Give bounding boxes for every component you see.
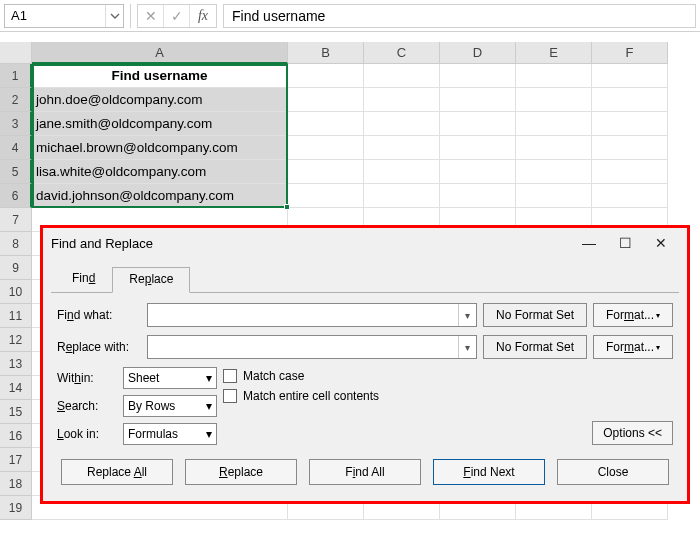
minimize-icon[interactable]: — — [571, 229, 607, 257]
cell[interactable] — [516, 184, 592, 208]
row-header[interactable]: 4 — [0, 136, 32, 160]
find-format-button[interactable]: Format...▾ — [593, 303, 673, 327]
replace-with-field[interactable] — [148, 336, 458, 358]
row-header[interactable]: 11 — [0, 304, 32, 328]
cell[interactable] — [364, 136, 440, 160]
cell[interactable] — [440, 112, 516, 136]
name-box[interactable] — [4, 4, 124, 28]
lookin-select[interactable]: Formulas▾ — [123, 423, 217, 445]
cell-A3[interactable]: jane.smith@oldcompany.com — [32, 112, 288, 136]
fill-handle[interactable] — [284, 204, 290, 210]
tab-find[interactable]: Find — [55, 266, 112, 292]
replace-format-button[interactable]: Format...▾ — [593, 335, 673, 359]
row-header[interactable]: 3 — [0, 112, 32, 136]
col-header-E[interactable]: E — [516, 42, 592, 64]
cell[interactable] — [592, 160, 668, 184]
replace-button[interactable]: Replace — [185, 459, 297, 485]
row-header[interactable]: 14 — [0, 376, 32, 400]
search-select[interactable]: By Rows▾ — [123, 395, 217, 417]
cell[interactable] — [288, 136, 364, 160]
cell[interactable] — [288, 112, 364, 136]
row-header[interactable]: 19 — [0, 496, 32, 520]
cell[interactable] — [516, 160, 592, 184]
within-select[interactable]: Sheet▾ — [123, 367, 217, 389]
cell[interactable] — [364, 160, 440, 184]
cell[interactable] — [364, 64, 440, 88]
row-header[interactable]: 7 — [0, 208, 32, 232]
row-header[interactable]: 16 — [0, 424, 32, 448]
cell[interactable] — [592, 64, 668, 88]
row-header[interactable]: 18 — [0, 472, 32, 496]
col-header-D[interactable]: D — [440, 42, 516, 64]
row-header[interactable]: 2 — [0, 88, 32, 112]
checkbox-column: Match case Match entire cell contents — [223, 367, 379, 445]
cell-A5[interactable]: lisa.white@oldcompany.com — [32, 160, 288, 184]
cell[interactable] — [440, 88, 516, 112]
cell[interactable] — [440, 64, 516, 88]
options-button[interactable]: Options << — [592, 421, 673, 445]
row-header[interactable]: 8 — [0, 232, 32, 256]
find-what-row: Find what: ▾ No Format Set Format...▾ — [57, 303, 673, 327]
cell[interactable] — [288, 64, 364, 88]
cell[interactable] — [516, 112, 592, 136]
row-header[interactable]: 1 — [0, 64, 32, 88]
formula-bar[interactable]: Find username — [223, 4, 696, 28]
close-icon[interactable]: ✕ — [643, 229, 679, 257]
dropdown-icon[interactable]: ▾ — [458, 304, 476, 326]
cell[interactable] — [288, 160, 364, 184]
row-header[interactable]: 15 — [0, 400, 32, 424]
formula-bar-value: Find username — [232, 8, 325, 24]
row-header[interactable]: 17 — [0, 448, 32, 472]
cell-A6[interactable]: david.johnson@oldcompany.com — [32, 184, 288, 208]
cell[interactable] — [516, 136, 592, 160]
titlebar[interactable]: Find and Replace — ☐ ✕ — [43, 228, 687, 258]
cell-A4[interactable]: michael.brown@oldcompany.com — [32, 136, 288, 160]
row-header[interactable]: 6 — [0, 184, 32, 208]
replace-all-button[interactable]: Replace All — [61, 459, 173, 485]
dropdown-icon[interactable]: ▾ — [458, 336, 476, 358]
match-entire-checkbox[interactable]: Match entire cell contents — [223, 389, 379, 403]
dialog-body: Find what: ▾ No Format Set Format...▾ Re… — [51, 292, 679, 493]
cell-A1[interactable]: Find username — [32, 64, 288, 88]
col-header-C[interactable]: C — [364, 42, 440, 64]
cell[interactable] — [592, 184, 668, 208]
replace-with-input[interactable]: ▾ — [147, 335, 477, 359]
cell[interactable] — [592, 112, 668, 136]
find-next-button[interactable]: Find Next — [433, 459, 545, 485]
name-box-input[interactable] — [5, 5, 105, 27]
col-header-A[interactable]: A — [32, 42, 288, 64]
row-header[interactable]: 5 — [0, 160, 32, 184]
cell[interactable] — [516, 88, 592, 112]
tab-replace[interactable]: Replace — [112, 267, 190, 293]
col-header-F[interactable]: F — [592, 42, 668, 64]
cell[interactable] — [288, 88, 364, 112]
chevron-down-icon: ▾ — [206, 427, 212, 441]
select-all-corner[interactable] — [0, 42, 32, 64]
chevron-down-icon: ▾ — [206, 399, 212, 413]
formula-buttons: ✕ ✓ fx — [137, 4, 217, 28]
cell[interactable] — [364, 112, 440, 136]
cell[interactable] — [288, 184, 364, 208]
cell[interactable] — [364, 88, 440, 112]
cell[interactable] — [440, 136, 516, 160]
match-case-checkbox[interactable]: Match case — [223, 369, 379, 383]
name-box-dropdown-icon[interactable] — [105, 5, 123, 27]
cell-A2[interactable]: john.doe@oldcompany.com — [32, 88, 288, 112]
cell[interactable] — [440, 184, 516, 208]
row-header[interactable]: 13 — [0, 352, 32, 376]
cell[interactable] — [364, 184, 440, 208]
fx-icon[interactable]: fx — [190, 5, 216, 27]
cell[interactable] — [516, 64, 592, 88]
cell[interactable] — [440, 160, 516, 184]
find-all-button[interactable]: Find All — [309, 459, 421, 485]
row-header[interactable]: 10 — [0, 280, 32, 304]
cell[interactable] — [592, 88, 668, 112]
find-what-field[interactable] — [148, 304, 458, 326]
cell[interactable] — [592, 136, 668, 160]
col-header-B[interactable]: B — [288, 42, 364, 64]
row-header[interactable]: 12 — [0, 328, 32, 352]
row-header[interactable]: 9 — [0, 256, 32, 280]
close-button[interactable]: Close — [557, 459, 669, 485]
find-what-input[interactable]: ▾ — [147, 303, 477, 327]
maximize-icon[interactable]: ☐ — [607, 229, 643, 257]
